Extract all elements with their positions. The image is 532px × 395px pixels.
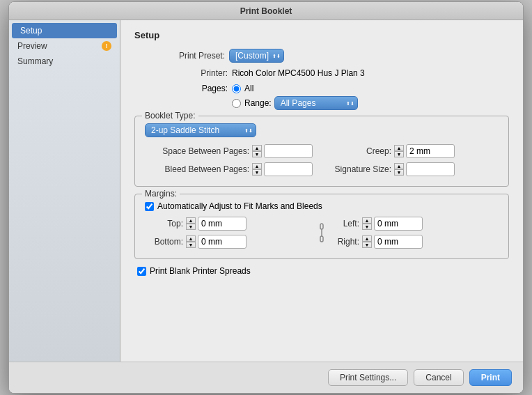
printer-label: Printer: [137,68,228,78]
auto-adjust-row: Automatically Adjust to Fit Marks and Bl… [145,201,499,211]
space-between-stepper: ▲ ▼ [252,144,313,158]
right-arrows: ▲ ▼ [362,235,372,248]
right-up[interactable]: ▲ [362,235,372,242]
top-arrows: ▲ ▼ [186,217,196,230]
margins-right-col: Left: ▲ ▼ Right: [331,217,499,249]
top-input[interactable] [198,217,247,231]
margins-inputs-container: Top: ▲ ▼ Bottom: [145,217,499,249]
left-input[interactable] [374,217,423,231]
bottom-label: Bottom: [145,237,183,247]
pages-range-radio[interactable] [232,99,241,108]
sidebar-item-preview-label: Preview [17,41,47,51]
left-down[interactable]: ▼ [362,224,372,230]
bottom-arrows: ▲ ▼ [186,235,196,248]
sidebar: Setup Preview ! Summary [9,20,120,362]
left-stepper: ▲ ▼ [362,217,423,231]
margins-legend: Margins: [142,189,180,199]
signature-size-label: Signature Size: [329,164,391,174]
right-input[interactable] [374,235,423,249]
top-down[interactable]: ▼ [186,224,196,230]
space-between-up[interactable]: ▲ [252,145,262,151]
pages-all-radio[interactable] [232,84,241,93]
creep-up[interactable]: ▲ [394,145,404,151]
sidebar-item-setup[interactable]: Setup [12,23,117,38]
print-preset-label: Print Preset: [134,51,225,61]
creep-row: Creep: ▲ ▼ [329,144,499,158]
signature-size-up[interactable]: ▲ [394,163,404,169]
right-label: Right: [331,237,359,247]
top-up[interactable]: ▲ [186,217,196,224]
print-settings-button[interactable]: Print Settings... [328,369,408,386]
dialog-titlebar: Print Booklet [9,2,523,20]
auto-adjust-checkbox[interactable] [145,202,154,211]
pages-section: Pages: All Range: All Pages [134,84,509,110]
bleed-between-row: Bleed Between Pages: ▲ ▼ [145,162,315,176]
bottom-stepper: ▲ ▼ [186,235,247,249]
print-button[interactable]: Print [469,369,512,386]
creep-label: Creep: [329,146,391,156]
left-row: Left: ▲ ▼ [331,217,499,231]
bottom-input[interactable] [198,235,247,249]
bottom-row: Bottom: ▲ ▼ [145,235,312,249]
booklet-type-box: Booklet Type: 2-up Saddle Stitch Space B… [134,116,509,187]
space-between-arrows: ▲ ▼ [252,145,262,157]
warning-icon: ! [102,41,111,51]
bottom-up[interactable]: ▲ [186,235,196,242]
sidebar-item-setup-label: Setup [20,26,42,36]
sidebar-item-summary[interactable]: Summary [9,54,120,69]
pages-range-select-wrap: All Pages [274,96,358,110]
pages-all-row: Pages: All [137,84,509,93]
space-between-label: Space Between Pages: [145,146,249,156]
booklet-type-legend: Booklet Type: [142,111,198,121]
dialog-body: Setup Preview ! Summary Setup Print Pres… [9,20,523,362]
section-title: Setup [134,30,509,40]
printer-row: Printer: Ricoh Color MPC4500 Hus J Plan … [134,68,509,78]
bleed-between-label: Bleed Between Pages: [145,164,249,174]
printer-value: Ricoh Color MPC4500 Hus J Plan 3 [232,68,365,78]
svg-rect-1 [320,236,323,242]
signature-size-down[interactable]: ▼ [394,169,404,176]
print-preset-select-wrap: [Custom] [229,49,284,63]
bleed-between-down[interactable]: ▼ [252,169,262,176]
top-row: Top: ▲ ▼ [145,217,312,231]
signature-size-row: Signature Size: ▲ ▼ [329,162,499,176]
dialog-title: Print Booklet [240,6,292,16]
sidebar-item-preview[interactable]: Preview ! [9,38,120,54]
bleed-between-arrows: ▲ ▼ [252,163,262,176]
right-stepper: ▲ ▼ [362,235,423,249]
left-label: Left: [331,219,359,229]
space-between-down[interactable]: ▼ [252,151,262,157]
link-icon [316,222,327,243]
blank-spreads-row: Print Blank Printer Spreads [134,266,509,276]
booklet-type-select-wrap: 2-up Saddle Stitch [145,123,256,137]
pages-all-label: All [244,84,253,93]
print-preset-select[interactable]: [Custom] [229,49,284,63]
creep-down[interactable]: ▼ [394,151,404,157]
right-down[interactable]: ▼ [362,242,372,248]
bleed-between-input[interactable] [264,162,313,176]
booklet-settings-grid: Space Between Pages: ▲ ▼ Creep: [145,144,499,176]
creep-stepper: ▲ ▼ [394,144,455,158]
left-up[interactable]: ▲ [362,217,372,224]
creep-input[interactable] [406,144,455,158]
space-between-input[interactable] [264,144,313,158]
print-booklet-dialog: Print Booklet Setup Preview ! Summary Se… [8,1,524,394]
pages-range-row: Range: All Pages [137,96,509,110]
right-row: Right: ▲ ▼ [331,235,499,249]
signature-size-input[interactable] [406,162,455,176]
top-label: Top: [145,219,183,229]
margins-box: Margins: Automatically Adjust to Fit Mar… [134,194,509,259]
creep-arrows: ▲ ▼ [394,145,404,157]
left-arrows: ▲ ▼ [362,217,372,230]
space-between-row: Space Between Pages: ▲ ▼ [145,144,315,158]
pages-label: Pages: [137,84,228,93]
bottom-down[interactable]: ▼ [186,242,196,248]
pages-range-select[interactable]: All Pages [274,96,358,110]
bleed-between-up[interactable]: ▲ [252,163,262,169]
bleed-between-stepper: ▲ ▼ [252,162,313,176]
signature-size-stepper: ▲ ▼ [394,162,455,176]
blank-spreads-checkbox[interactable] [137,267,146,276]
top-stepper: ▲ ▼ [186,217,247,231]
cancel-button[interactable]: Cancel [414,369,463,386]
booklet-type-select[interactable]: 2-up Saddle Stitch [145,123,256,137]
